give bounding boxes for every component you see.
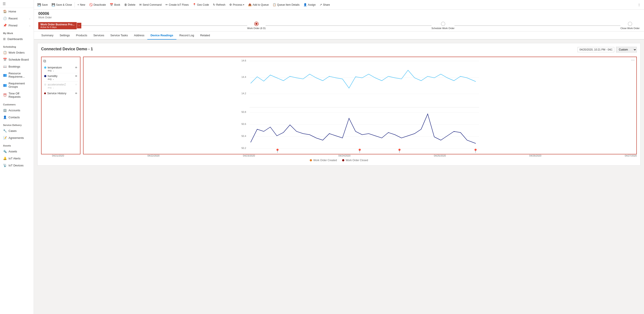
sidebar-item-label: Work Orders [8, 51, 30, 54]
svg-text:14.4: 14.4 [242, 76, 246, 78]
humidity-label: humidity [48, 74, 58, 78]
chevron-down-icon: ⌄ [29, 17, 30, 20]
layers-icon[interactable]: ⧉ [43, 59, 46, 63]
service-history-dot [44, 92, 46, 94]
new-button[interactable]: + New [76, 2, 87, 8]
x-label-6: 04/27/2020 [625, 154, 637, 157]
sidebar-item-accounts[interactable]: 🏢 Accounts [0, 107, 34, 114]
date-range-input[interactable] [578, 47, 614, 52]
sidebar-item-label: Pinned [8, 24, 27, 27]
stage-next-button[interactable]: › [77, 23, 81, 28]
temperature-label: temperature [48, 66, 62, 69]
stage-connector-2 [266, 25, 432, 26]
legend-work-order-closed: Work Order Closed [342, 159, 368, 162]
more-options-button[interactable]: ⋮ [636, 2, 642, 8]
send-command-button[interactable]: ✉ Send Command [138, 2, 163, 8]
tab-summary[interactable]: Summary [38, 32, 56, 40]
eye-icon-humidity[interactable]: 👁 [75, 75, 78, 78]
delete-icon: 🗑 [124, 3, 127, 6]
sidebar-item-label: Cases [8, 129, 30, 132]
temperature-meta: avg ⌄ [44, 69, 78, 72]
assign-button[interactable]: 👤 Assign [302, 2, 318, 8]
share-button[interactable]: ↗ Share [318, 2, 332, 8]
tabs-bar: Summary Settings Products Services Servi… [34, 32, 644, 40]
sidebar-item-iot-alerts[interactable]: 🔔 IoT Alerts [0, 155, 34, 162]
sidebar-item-iot-devices[interactable]: 📡 IoT Devices [0, 162, 34, 169]
chevron-icon[interactable]: ⌄ [52, 69, 54, 72]
sidebar-item-home[interactable]: 🏠 Home [0, 8, 34, 15]
sidebar-item-label: Accounts [8, 109, 30, 112]
save-close-button[interactable]: 💾 Save & Close [50, 2, 74, 8]
tab-address[interactable]: Address [131, 32, 148, 40]
tab-record-log[interactable]: Record Log [176, 32, 197, 40]
add-queue-icon: 📥 [248, 3, 252, 6]
sidebar-item-resource-req[interactable]: 👥 Resource Requireme... [0, 70, 34, 80]
sidebar-item-req-groups[interactable]: 👥 Requirement Groups [0, 80, 34, 90]
section-customers: Customers [0, 100, 34, 107]
chevron-icon[interactable]: ⌄ [52, 86, 54, 89]
created-dot [310, 159, 312, 161]
sidebar-item-pinned[interactable]: 📌 Pinned ⌄ [0, 22, 34, 29]
geo-code-button[interactable]: 📍 Geo Code [191, 2, 211, 8]
eye-icon-temperature[interactable]: 👁 [75, 66, 78, 69]
sidebar-item-contacts[interactable]: 👤 Contacts [0, 114, 34, 121]
chart-header: Connected Device Demo - 1 Custom Last Ho… [41, 47, 637, 54]
tab-related[interactable]: Related [197, 32, 213, 40]
tab-service-tasks[interactable]: Service Tasks [107, 32, 131, 40]
book-button[interactable]: 📅 Book [108, 2, 122, 8]
sidebar-item-dashboards[interactable]: ⊞ Dashboards [0, 36, 34, 42]
deactivate-button[interactable]: 🚫 Deactivate [88, 2, 108, 8]
section-service-delivery: Service Delivery [0, 121, 34, 127]
chart-container: Connected Device Demo - 1 Custom Last Ho… [38, 43, 640, 166]
stage-node-2: Schedule Work Order [432, 22, 455, 30]
active-stage-pill[interactable]: Work Order Business Pro... Active for 6 … [38, 22, 77, 29]
sidebar-item-assets[interactable]: 🔩 Assets [0, 148, 34, 155]
eye-icon-service-history[interactable]: 👁 [75, 92, 78, 95]
sidebar-item-label: Schedule Board [8, 58, 30, 61]
sidebar-item-recent[interactable]: 🕐 Recent ⌄ [0, 15, 34, 22]
send-command-icon: ✉ [139, 3, 142, 6]
temperature-dot [44, 66, 46, 69]
hamburger-icon[interactable]: ☰ [2, 2, 6, 6]
x-label-2: 04/23/2020 [243, 154, 255, 157]
stage-circle-work-order [254, 22, 258, 26]
chevron-icon[interactable]: ⌄ [52, 78, 54, 80]
bookings-icon: 📖 [3, 65, 7, 68]
tab-settings[interactable]: Settings [56, 32, 73, 40]
chart-type-select[interactable]: Custom Last Hour Last Day Last Week [616, 47, 637, 52]
stage-connector-1 [81, 25, 247, 26]
contacts-icon: 👤 [3, 116, 7, 119]
sidebar-item-schedule-board[interactable]: 📅 Schedule Board [0, 56, 34, 63]
toolbar: 💾 Save 💾 Save & Close + New 🚫 Deactivate… [34, 0, 644, 10]
legend-item-humidity: humidity 👁 avg ⌄ [43, 73, 78, 82]
humidity-meta: avg ⌄ [44, 78, 78, 80]
x-label-4: 04/25/2020 [434, 154, 446, 157]
x-label-0: 04/21/2020 [52, 154, 64, 157]
refresh-button[interactable]: ↻ Refresh [211, 2, 227, 8]
sidebar-item-time-off[interactable]: ⏰ Time Off Requests [0, 90, 34, 100]
accelerometerz-label: accelerometerZ [48, 83, 66, 86]
sidebar-item-label: Agreements [8, 136, 30, 140]
pin-icon: 📌 [3, 24, 7, 27]
sidebar-item-bookings[interactable]: 📖 Bookings [0, 63, 34, 70]
x-label-3: 04/24/2020 [338, 154, 350, 157]
stage-pill-name: Work Order Business Pro... [40, 23, 74, 26]
sidebar-item-agreements[interactable]: 📝 Agreements [0, 134, 34, 141]
add-to-queue-button[interactable]: 📥 Add to Queue [246, 2, 270, 8]
queue-item-details-button[interactable]: 📋 Queue Item Details [271, 2, 301, 8]
x-label-1: 04/22/2020 [148, 154, 160, 157]
tab-services[interactable]: Services [90, 32, 107, 40]
save-button[interactable]: 💾 Save [36, 2, 50, 8]
resource-icon: 👥 [3, 73, 7, 77]
sidebar-item-work-orders[interactable]: 📋 Work Orders [0, 49, 34, 56]
chart-controls: Custom Last Hour Last Day Last Week [578, 47, 637, 52]
sidebar-item-cases[interactable]: 🔧 Cases [0, 127, 34, 134]
eye-icon-accelerometerZ[interactable]: 👁 [75, 83, 78, 86]
create-iot-button[interactable]: ✏ Create IoT Flows [164, 2, 190, 8]
tab-products[interactable]: Products [73, 32, 90, 40]
groups-icon: 👥 [3, 83, 7, 87]
chart-options-button[interactable]: ⋯ [631, 58, 634, 62]
tab-device-readings[interactable]: Device Readings [147, 32, 176, 40]
process-button[interactable]: ⚙ Process ▾ [228, 2, 246, 8]
delete-button[interactable]: 🗑 Delete [122, 2, 137, 8]
